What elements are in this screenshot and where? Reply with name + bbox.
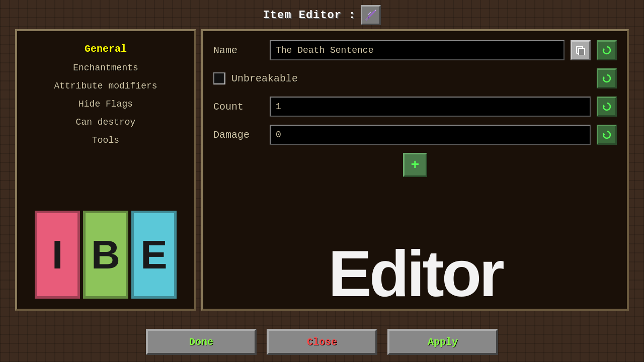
unbreakable-refresh-button[interactable] [597,68,617,88]
name-row: Name [213,40,617,60]
sidebar-item-hide-flags[interactable]: Hide Flags [22,95,189,113]
unbreakable-row: Unbreakable [213,68,617,88]
copy-button[interactable] [571,40,591,60]
count-row: Count [213,97,617,117]
unbreakable-label: Unbreakable [231,73,591,84]
add-button-row: + [213,153,617,177]
name-label: Name [213,45,264,56]
name-refresh-button[interactable] [597,40,617,60]
svg-marker-7 [603,48,605,50]
damage-row: Damage [213,125,617,145]
svg-marker-8 [603,76,605,78]
apply-button[interactable]: Apply [387,329,498,355]
damage-label: Damage [213,129,264,141]
sidebar-item-attribute-modifiers[interactable]: Attribute modifiers [22,77,189,95]
name-input[interactable] [270,40,565,60]
logo-letter-e: E [131,211,177,299]
editor-watermark: Editor [203,241,627,309]
left-panel: General Enchantments Attribute modifiers… [15,29,196,311]
damage-input[interactable] [270,125,591,145]
svg-marker-10 [603,133,605,135]
count-label: Count [213,101,264,113]
bottom-bar: Done Close Apply [0,322,644,362]
logo-letter-b: B [83,211,128,299]
sidebar-item-enchantments[interactable]: Enchantments [22,59,189,77]
svg-rect-6 [579,48,585,55]
add-button[interactable]: + [403,153,427,177]
logo-area: I B E [35,206,177,304]
sidebar-item-can-destroy[interactable]: Can destroy [22,113,189,131]
sidebar-item-tools[interactable]: Tools [22,131,189,149]
title-text: Item Editor : [263,9,356,22]
svg-line-1 [375,10,376,11]
main-container: General Enchantments Attribute modifiers… [15,29,629,311]
count-refresh-button[interactable] [597,97,617,117]
svg-marker-9 [603,105,605,107]
title-bar: Item Editor : [0,0,644,29]
right-panel: Name Unbreakable [201,29,629,311]
sword-icon [361,5,381,25]
logo-letter-i: I [35,211,80,299]
sidebar-item-general[interactable]: General [22,39,189,59]
unbreakable-checkbox[interactable] [213,72,225,84]
done-button[interactable]: Done [146,329,257,355]
count-input[interactable] [270,97,591,117]
close-button[interactable]: Close [267,329,377,355]
damage-refresh-button[interactable] [597,125,617,145]
